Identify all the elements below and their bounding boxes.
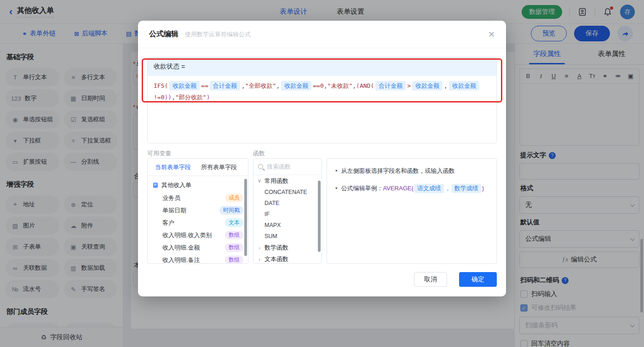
formula-token[interactable]: 合计金额 (375, 81, 406, 91)
function-item[interactable]: SUM (253, 231, 322, 242)
function-item[interactable]: DATE (253, 198, 322, 209)
variable-name: 收入明细.收入类别 (162, 231, 212, 239)
chevron-down-icon: ∨ (257, 178, 262, 184)
variables-root-label: 其他收入单 (161, 181, 191, 189)
formula-token[interactable]: ==0 (313, 82, 323, 89)
functions-panel: ∨ 常用函数 CONCATENATEDATEIFMAPXSUM › 数学函数 ›… (253, 158, 322, 264)
formula-token[interactable]: 收款金额 (449, 81, 479, 91)
variable-row[interactable]: 业务员 成员 (148, 192, 248, 204)
formula-token[interactable]: , (324, 82, 328, 89)
formula-target-field: 收款状态 (154, 63, 179, 71)
example-field-chip: 语文成绩 (414, 184, 444, 193)
search-icon (258, 164, 263, 169)
formula-token[interactable]: AND( (360, 82, 374, 89)
document-icon (152, 182, 159, 188)
formula-token[interactable]: 收款金额 (412, 81, 443, 91)
formula-token[interactable]: "部分收款" (175, 94, 207, 101)
formula-token[interactable]: 收款金额 (281, 81, 311, 91)
scrollbar-thumb[interactable] (244, 179, 247, 256)
function-group-label: 文本函数 (264, 255, 288, 263)
formula-token[interactable]: "未收款" (328, 82, 353, 89)
bullet: • (335, 183, 338, 193)
close-icon[interactable]: ✕ (488, 29, 495, 40)
modal-subtitle: 使用数学运算符编辑公式 (185, 30, 251, 39)
variable-type-badge: 文本 (225, 218, 243, 227)
chevron-right-icon: › (257, 256, 262, 262)
variable-row[interactable]: 收入明细.金额 数组 (148, 241, 248, 254)
formula-token[interactable]: !=0 (154, 94, 164, 101)
variable-type-badge: 数组 (225, 243, 243, 252)
function-group[interactable]: › 文本函数 (253, 253, 322, 264)
formula-target-row: 收款状态 = (148, 57, 496, 76)
variable-name: 客户 (162, 219, 174, 227)
function-group-label: 常用函数 (264, 177, 288, 185)
tab-current-form-fields[interactable]: 当前表单字段 (155, 163, 191, 171)
formula-token[interactable]: ( (356, 82, 360, 89)
function-item[interactable]: CONCATENATE (253, 187, 322, 198)
help-example: 公式编辑举例：AVERAGE(语文成绩，数学成绩) (341, 183, 484, 193)
formula-token[interactable]: , (444, 82, 448, 89)
function-group-label: 数学函数 (264, 244, 288, 252)
variable-row[interactable]: 单据日期 时间戳 (148, 204, 248, 216)
help-panel: • 从左侧面板选择字段名和函数，或输入函数 • 公式编辑举例：AVERAGE(语… (327, 158, 497, 264)
formula-editor[interactable]: 收款状态 = IFS(收款金额==合计金额,"全部收款",收款金额==0,"未收… (147, 57, 497, 143)
confirm-button[interactable]: 确定 (459, 272, 497, 287)
example-comma: ， (445, 185, 451, 192)
formula-token[interactable]: == (201, 82, 208, 89)
variable-type-badge: 时间戳 (219, 206, 243, 215)
cancel-button[interactable]: 取消 (414, 272, 447, 287)
function-item[interactable]: MAPX (253, 220, 322, 231)
formula-token[interactable]: > (407, 82, 411, 89)
formula-token[interactable]: 合计金额 (210, 81, 240, 91)
chevron-right-icon: › (257, 245, 262, 250)
function-group[interactable]: › 数学函数 (253, 242, 322, 253)
formula-token[interactable]: "全部收款" (245, 82, 276, 89)
variables-root[interactable]: 其他收入单 (148, 179, 248, 192)
formula-editor-modal: 公式编辑 使用数学运算符编辑公式 ✕ 收款状态 = IFS(收款金额==合计金额… (138, 21, 506, 296)
formula-token[interactable]: , (172, 94, 175, 101)
variable-name: 业务员 (162, 194, 180, 202)
formula-token[interactable]: , (242, 82, 245, 89)
equals-sign: = (179, 63, 185, 70)
function-search-input[interactable] (267, 163, 313, 170)
formula-token[interactable]: 收款金额 (169, 81, 200, 91)
example-prefix: 公式编辑举例： (341, 185, 383, 192)
example-field-chip: 数学成绩 (452, 184, 481, 193)
formula-token[interactable]: , (276, 82, 280, 89)
formula-token[interactable]: ) (207, 94, 210, 101)
formula-token[interactable]: )) (164, 94, 172, 101)
functions-label: 函数 (253, 149, 265, 158)
formula-token[interactable]: , (352, 82, 356, 89)
scrollbar-thumb[interactable] (318, 181, 321, 252)
function-group-common[interactable]: ∨ 常用函数 (253, 175, 322, 187)
formula-token[interactable]: IFS( (154, 82, 168, 89)
tab-all-form-fields[interactable]: 所有表单字段 (201, 163, 237, 171)
variables-panel: 当前表单字段 所有表单字段 其他收入单 业务员 成员 单据日期 时间戳 (147, 158, 248, 264)
variable-row[interactable]: 收入明细.收入类别 数组 (148, 229, 248, 241)
function-item[interactable]: IF (253, 209, 322, 220)
variable-row[interactable]: 客户 文本 (148, 216, 248, 229)
example-close-paren: ) (482, 185, 484, 192)
variable-type-badge: 数组 (225, 256, 243, 264)
variable-name: 收入明细.备注 (162, 256, 200, 264)
variable-name: 单据日期 (162, 206, 186, 215)
modal-title: 公式编辑 (149, 29, 178, 39)
bullet: • (335, 166, 338, 176)
variable-row[interactable]: 收入明细.备注 数组 (148, 254, 248, 264)
variable-type-badge: 成员 (225, 193, 243, 202)
variables-label: 可用变量 (147, 149, 171, 158)
help-line-1: 从左侧面板选择字段名和函数，或输入函数 (341, 166, 455, 176)
variable-name: 收入明细.金额 (162, 244, 200, 252)
formula-expression[interactable]: IFS(收款金额==合计金额,"全部收款",收款金额==0,"未收款",(AND… (148, 76, 496, 107)
variable-type-badge: 数组 (225, 231, 243, 239)
example-function: AVERAGE( (383, 185, 414, 192)
function-search[interactable] (253, 159, 322, 175)
